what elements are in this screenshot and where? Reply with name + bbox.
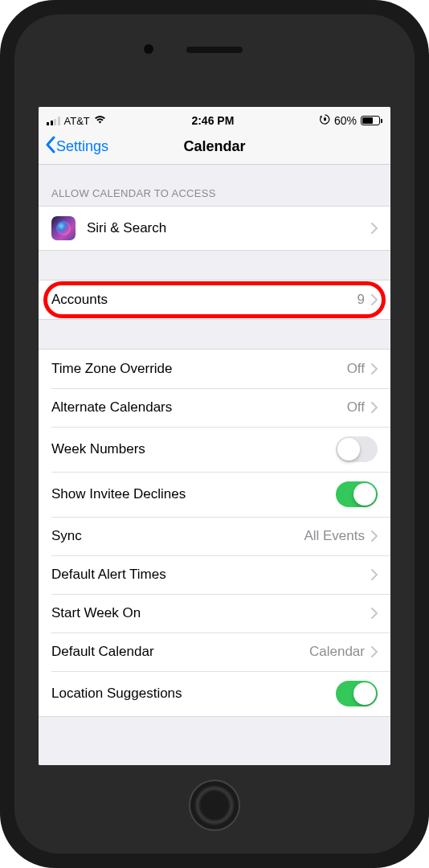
row-start-week-on[interactable]: Start Week On bbox=[39, 594, 390, 633]
phone-frame: AT&T 2:46 PM 60% bbox=[0, 0, 429, 868]
status-bar: AT&T 2:46 PM 60% bbox=[39, 107, 390, 129]
row-default-calendar[interactable]: Default Calendar Calendar bbox=[39, 633, 390, 671]
row-siri-search[interactable]: Siri & Search bbox=[39, 207, 390, 250]
row-week-numbers: Week Numbers bbox=[39, 427, 390, 472]
chevron-right-icon bbox=[371, 569, 378, 580]
battery-icon bbox=[361, 116, 382, 125]
chevron-right-icon bbox=[371, 294, 378, 305]
row-accounts[interactable]: Accounts 9 bbox=[39, 280, 390, 319]
chevron-right-icon bbox=[371, 223, 378, 234]
alternate-label: Alternate Calendars bbox=[51, 399, 347, 416]
row-alternate-calendars[interactable]: Alternate Calendars Off bbox=[39, 388, 390, 427]
wifi-icon bbox=[94, 115, 106, 127]
row-location-suggestions: Location Suggestions bbox=[39, 671, 390, 716]
status-time: 2:46 PM bbox=[191, 114, 234, 127]
location-suggestions-label: Location Suggestions bbox=[51, 686, 336, 702]
screen: AT&T 2:46 PM 60% bbox=[39, 107, 390, 765]
alternate-detail: Off bbox=[347, 399, 365, 416]
invitee-label: Show Invitee Declines bbox=[51, 486, 336, 502]
chevron-right-icon bbox=[371, 402, 378, 413]
row-sync[interactable]: Sync All Events bbox=[39, 517, 390, 555]
section-header-access: ALLOW CALENDAR TO ACCESS bbox=[39, 165, 390, 206]
accounts-label: Accounts bbox=[51, 292, 358, 308]
accounts-detail: 9 bbox=[358, 292, 365, 308]
siri-label: Siri & Search bbox=[87, 220, 371, 236]
carrier-label: AT&T bbox=[64, 115, 90, 127]
row-default-alert-times[interactable]: Default Alert Times bbox=[39, 555, 390, 594]
invitee-toggle[interactable] bbox=[336, 481, 378, 507]
phone-bezel: AT&T 2:46 PM 60% bbox=[14, 14, 415, 854]
content-area: ALLOW CALENDAR TO ACCESS Siri & Search A… bbox=[39, 165, 390, 765]
timezone-label: Time Zone Override bbox=[51, 361, 347, 377]
battery-percent: 60% bbox=[334, 114, 357, 127]
siri-icon bbox=[51, 216, 76, 240]
sync-label: Sync bbox=[51, 528, 304, 544]
week-numbers-label: Week Numbers bbox=[51, 441, 336, 457]
group-siri: Siri & Search bbox=[39, 206, 390, 251]
sync-detail: All Events bbox=[304, 528, 365, 544]
default-calendar-label: Default Calendar bbox=[51, 644, 309, 660]
default-alert-label: Default Alert Times bbox=[51, 567, 371, 583]
page-title: Calendar bbox=[39, 138, 390, 155]
group-settings: Time Zone Override Off Alternate Calenda… bbox=[39, 349, 390, 717]
nav-bar: Settings Calendar bbox=[39, 129, 390, 165]
row-invitee-declines: Show Invitee Declines bbox=[39, 472, 390, 517]
chevron-right-icon bbox=[371, 530, 378, 542]
home-button[interactable] bbox=[189, 780, 240, 831]
signal-icon bbox=[47, 117, 60, 125]
default-calendar-detail: Calendar bbox=[309, 644, 365, 660]
start-week-label: Start Week On bbox=[51, 605, 371, 621]
row-timezone-override[interactable]: Time Zone Override Off bbox=[39, 350, 390, 388]
svg-rect-0 bbox=[324, 118, 326, 121]
timezone-detail: Off bbox=[347, 361, 365, 377]
rotation-lock-icon bbox=[320, 114, 330, 127]
week-numbers-toggle[interactable] bbox=[336, 436, 378, 462]
earpiece-speaker bbox=[186, 47, 243, 53]
group-accounts: Accounts 9 bbox=[39, 280, 390, 320]
chevron-right-icon bbox=[371, 608, 378, 619]
chevron-right-icon bbox=[371, 363, 378, 375]
location-suggestions-toggle[interactable] bbox=[336, 681, 378, 706]
front-camera bbox=[144, 44, 153, 54]
chevron-right-icon bbox=[371, 646, 378, 657]
